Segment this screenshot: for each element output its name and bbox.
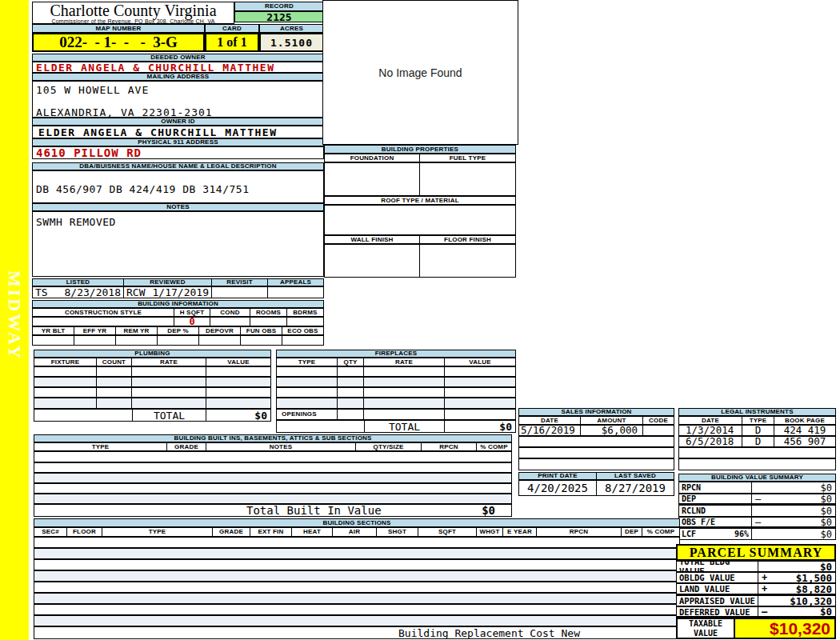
- legal-description-box: DB 456/907 DB 424/419 DB 314/751: [32, 170, 324, 203]
- built-ins-total-label: Total Built In Value: [246, 504, 382, 517]
- fireplaces-total-row: TOTAL $0: [276, 420, 516, 433]
- value-summary-row: RCLND $0: [678, 505, 836, 517]
- reviewed-value: RCW1/17/2019: [124, 287, 212, 298]
- plumbing-total-label: TOTAL: [132, 410, 206, 421]
- taxable-value-row: TAXABLE VALUE $10,320: [676, 618, 836, 639]
- ps-label: APPRAISED VALUE: [677, 596, 758, 606]
- vs-value: $0: [821, 506, 832, 516]
- ps-value: $1,500: [796, 573, 832, 582]
- built-ins-row: [34, 494, 512, 504]
- taxable-value: $10,320: [770, 619, 830, 638]
- fuel-type-value: [420, 163, 515, 195]
- acres-label: ACRES: [259, 24, 324, 33]
- value-summary-title: BUILDING VALUE SUMMARY: [678, 474, 836, 482]
- building-sections-row: [34, 604, 680, 615]
- review-header-row: LISTED REVIEWED REVISIT APPEALS: [32, 278, 324, 286]
- hsqft-value: 0: [174, 318, 210, 326]
- wall-finish-label: WALL FINISH: [325, 236, 420, 243]
- legal-description-label: DBA/BUISNESS NAME/HOUSE NAME & LEGAL DES…: [32, 162, 324, 170]
- plumbing-header-row: FIXTURE COUNT RATE VALUE: [34, 358, 271, 366]
- plumbing-title: PLUMBING: [34, 350, 271, 358]
- notes-label: NOTES: [32, 203, 324, 211]
- parcel-summary-row: TOTAL BLDG VALUE $0: [676, 561, 836, 572]
- sales-date-label: DATE: [519, 417, 581, 424]
- appeals-label: APPEALS: [268, 279, 323, 286]
- sales-row: [518, 447, 674, 458]
- watermark-midway: MIDWAY: [4, 270, 25, 361]
- fp-value-label: VALUE: [445, 358, 515, 366]
- vs-op: –: [755, 494, 761, 503]
- building-sections-title: BUILDING SECTIONS: [34, 518, 680, 527]
- legal-row: [678, 458, 836, 470]
- deeded-owner-label: DEEDED OWNER: [32, 54, 324, 62]
- map-number-label: MAP NUMBER: [32, 24, 205, 33]
- built-ins-row: [34, 462, 512, 473]
- building-sections-row: [34, 593, 680, 604]
- legal-type: D: [742, 426, 774, 435]
- foundation-fuel-values: [324, 162, 516, 196]
- legal-type-label: TYPE: [742, 417, 774, 424]
- bdrms-label: BDRMS: [287, 309, 323, 316]
- record-label: RECORD: [234, 2, 324, 11]
- floor-finish-label: FLOOR FINISH: [420, 236, 515, 243]
- legal-row: [678, 447, 836, 458]
- revisit-value: [212, 287, 268, 298]
- mailing-address-label: MAILING ADDRESS: [32, 73, 324, 81]
- building-info-header1: CONSTRUCTION STYLE H SQFT COND ROOMS BDR…: [32, 308, 324, 317]
- owner-id-value: ELDER ANGELA & CHURCHILL MATTHEW: [32, 126, 324, 138]
- print-saved-values: 4/20/2025 8/27/2019: [518, 480, 674, 496]
- building-info-values1: 0: [32, 317, 324, 326]
- appeals-value: [268, 287, 323, 298]
- notes-box: SWMH REMOVED: [32, 211, 324, 277]
- wall-finish-value: [325, 245, 420, 277]
- cond-label: COND: [210, 309, 250, 316]
- legal-header-row: DATE TYPE BOOK PAGE: [678, 416, 836, 425]
- vs-value: $0: [821, 494, 832, 503]
- mailing-address-box: 105 W HOWELL AVE ALEXANDRIA, VA 22301-23…: [32, 81, 324, 118]
- parcel-summary-title: PARCEL SUMMARY: [676, 544, 836, 561]
- sale-amount: $6,000: [581, 426, 643, 435]
- fireplaces-total-value: $0: [445, 421, 515, 432]
- fireplaces-row: [276, 377, 516, 387]
- effyr-label: EFF YR: [74, 327, 116, 334]
- page-edge-strip: MIDWAY: [0, 0, 29, 640]
- foundation-value: [325, 163, 420, 195]
- ps-op: –: [762, 607, 767, 616]
- openings-label: OPENINGS: [277, 410, 338, 419]
- rate-label: RATE: [132, 358, 206, 366]
- ps-label: DEFERRED VALUE: [677, 607, 758, 616]
- built-ins-total-row: Total Built In Value $0: [34, 504, 512, 517]
- plumbing-row: [34, 387, 271, 398]
- last-saved-value: 8/27/2019: [597, 481, 674, 495]
- value-summary-row: LCF96% $0: [678, 528, 836, 540]
- parcel-summary-row: LAND VALUE +$8,820: [676, 583, 836, 595]
- legal-type: D: [742, 437, 774, 446]
- depovr-label: DEPOVR: [199, 327, 241, 334]
- built-ins-row: [34, 451, 512, 462]
- mailing-line2: ALEXANDRIA, VA 22301-2301: [33, 95, 323, 118]
- bi-type-label: TYPE: [34, 443, 167, 450]
- sales-amount-label: AMOUNT: [581, 417, 643, 424]
- foundation-label: FOUNDATION: [325, 154, 420, 162]
- plumbing-row: [34, 377, 271, 387]
- bs-whgt-label: WHGT: [477, 528, 503, 536]
- construction-style-label: CONSTRUCTION STYLE: [33, 309, 174, 316]
- building-info-title: BUILDING INFORMATION: [32, 300, 324, 308]
- property-record-card: { "watermark": "MIDWAY", "no_image_text"…: [0, 0, 840, 640]
- bs-type-label: TYPE: [102, 528, 213, 536]
- building-sections-row: [34, 615, 680, 626]
- sales-code-label: CODE: [643, 417, 674, 424]
- county-title: Charlotte County Virginia: [33, 2, 234, 18]
- built-ins-title: BUILDING BUILT INS, BASEMENTS, ATTICS & …: [34, 434, 512, 442]
- ps-op: +: [762, 584, 767, 594]
- reviewed-label: REVIEWED: [124, 279, 212, 286]
- bs-shgt-label: SHGT: [377, 528, 418, 536]
- sales-row: 5/16/2019 $6,000: [518, 425, 674, 436]
- vs-label: DEP: [682, 494, 696, 503]
- ps-label: OBLDG VALUE: [677, 573, 758, 582]
- listed-label: LISTED: [33, 279, 124, 286]
- bs-sqft-label: SQFT: [418, 528, 477, 536]
- ps-op: +: [762, 573, 767, 582]
- sale-date: 5/16/2019: [519, 426, 581, 435]
- mailing-line1: 105 W HOWELL AVE: [33, 82, 323, 95]
